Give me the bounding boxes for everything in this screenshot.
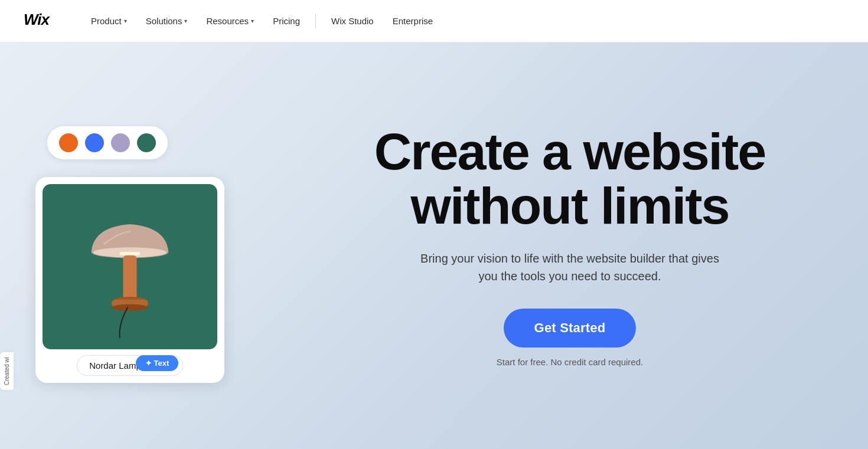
hero-left-panel: Nordar Lamp $84.00 ✦ Text <box>35 126 283 383</box>
svg-rect-3 <box>120 252 141 255</box>
svg-rect-4 <box>123 255 136 301</box>
nav-item-enterprise[interactable]: Enterprise <box>384 11 441 31</box>
nav-resources-label: Resources <box>206 16 249 26</box>
swatch-lavender[interactable] <box>111 133 130 152</box>
color-swatches-panel <box>47 126 168 159</box>
swatch-orange[interactable] <box>59 133 78 152</box>
nav-item-product[interactable]: Product ▾ <box>83 11 135 31</box>
chevron-down-icon: ▾ <box>124 18 127 24</box>
hero-subheadline: Bring your vision to life with the websi… <box>416 250 723 285</box>
svg-text:Wix: Wix <box>24 11 51 27</box>
nav-wix-studio-label: Wix Studio <box>331 16 374 26</box>
lamp-illustration <box>71 193 189 340</box>
side-created-label: Created wi <box>0 352 14 390</box>
hero-headline: Create a website without limits <box>374 124 766 234</box>
nav-pricing-label: Pricing <box>273 16 300 26</box>
hero-fine-print: Start for free. No credit card required. <box>497 357 643 367</box>
product-card: Nordar Lamp $84.00 <box>35 177 224 383</box>
chevron-down-icon: ▾ <box>184 18 187 24</box>
chevron-down-icon: ▾ <box>251 18 254 24</box>
swatch-green[interactable] <box>137 133 156 152</box>
wix-logo-text: Wix <box>24 11 59 31</box>
headline-line1: Create a website <box>374 122 766 181</box>
main-nav: Wix Product ▾ Solutions ▾ Resources ▾ Pr… <box>0 0 868 42</box>
text-button-float[interactable]: ✦ Text <box>136 355 178 371</box>
nav-links: Product ▾ Solutions ▾ Resources ▾ Pricin… <box>83 11 844 31</box>
nav-enterprise-label: Enterprise <box>393 16 433 26</box>
nav-item-pricing[interactable]: Pricing <box>265 11 308 31</box>
text-button-label: ✦ Text <box>145 359 169 368</box>
nav-item-solutions[interactable]: Solutions ▾ <box>138 11 196 31</box>
nav-divider <box>315 14 316 28</box>
swatch-blue[interactable] <box>85 133 104 152</box>
hero-right-panel: Create a website without limits Bring yo… <box>283 89 868 403</box>
nav-solutions-label: Solutions <box>146 16 182 26</box>
headline-line2: without limits <box>410 176 729 235</box>
nav-item-wix-studio[interactable]: Wix Studio <box>323 11 382 31</box>
svg-point-7 <box>112 304 148 311</box>
hero-section: Nordar Lamp $84.00 ✦ Text Create a websi… <box>0 42 868 449</box>
get-started-button[interactable]: Get Started <box>504 309 637 348</box>
product-image <box>43 184 217 349</box>
nav-product-label: Product <box>91 16 122 26</box>
logo[interactable]: Wix <box>24 11 59 31</box>
nav-item-resources[interactable]: Resources ▾ <box>198 11 262 31</box>
